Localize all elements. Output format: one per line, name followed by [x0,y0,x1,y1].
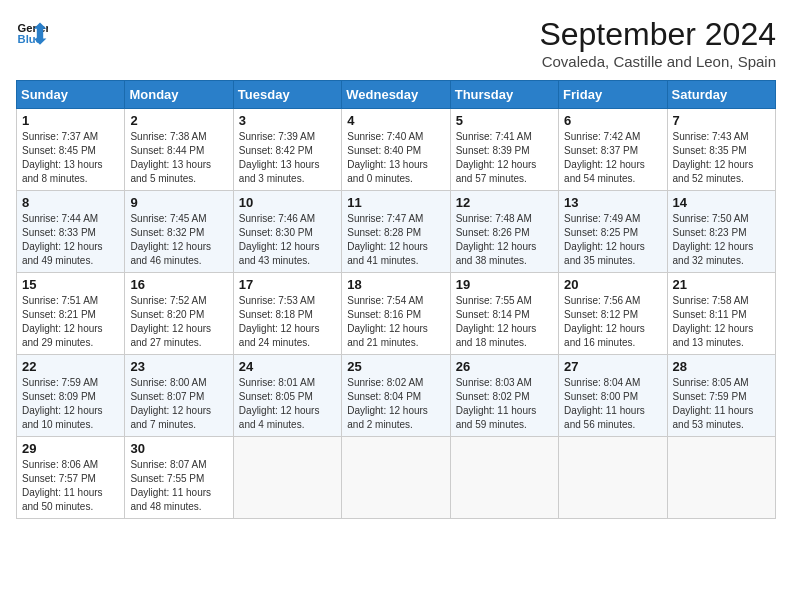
day-number: 3 [239,113,336,128]
calendar-cell [667,437,775,519]
calendar-cell: 23Sunrise: 8:00 AMSunset: 8:07 PMDayligh… [125,355,233,437]
calendar-cell: 14Sunrise: 7:50 AMSunset: 8:23 PMDayligh… [667,191,775,273]
day-number: 1 [22,113,119,128]
day-number: 29 [22,441,119,456]
calendar-cell: 22Sunrise: 7:59 AMSunset: 8:09 PMDayligh… [17,355,125,437]
day-number: 17 [239,277,336,292]
calendar-cell: 10Sunrise: 7:46 AMSunset: 8:30 PMDayligh… [233,191,341,273]
day-content: Sunrise: 7:56 AMSunset: 8:12 PMDaylight:… [564,294,661,350]
weekday-monday: Monday [125,81,233,109]
calendar-cell: 20Sunrise: 7:56 AMSunset: 8:12 PMDayligh… [559,273,667,355]
weekday-tuesday: Tuesday [233,81,341,109]
day-content: Sunrise: 8:00 AMSunset: 8:07 PMDaylight:… [130,376,227,432]
calendar-table: SundayMondayTuesdayWednesdayThursdayFrid… [16,80,776,519]
weekday-header-row: SundayMondayTuesdayWednesdayThursdayFrid… [17,81,776,109]
calendar-cell [450,437,558,519]
calendar-cell: 1Sunrise: 7:37 AMSunset: 8:45 PMDaylight… [17,109,125,191]
week-row-1: 1Sunrise: 7:37 AMSunset: 8:45 PMDaylight… [17,109,776,191]
calendar-cell: 9Sunrise: 7:45 AMSunset: 8:32 PMDaylight… [125,191,233,273]
calendar-cell: 28Sunrise: 8:05 AMSunset: 7:59 PMDayligh… [667,355,775,437]
day-content: Sunrise: 7:54 AMSunset: 8:16 PMDaylight:… [347,294,444,350]
calendar-cell: 7Sunrise: 7:43 AMSunset: 8:35 PMDaylight… [667,109,775,191]
day-content: Sunrise: 7:41 AMSunset: 8:39 PMDaylight:… [456,130,553,186]
day-number: 21 [673,277,770,292]
calendar-body: 1Sunrise: 7:37 AMSunset: 8:45 PMDaylight… [17,109,776,519]
calendar-cell: 2Sunrise: 7:38 AMSunset: 8:44 PMDaylight… [125,109,233,191]
calendar-cell: 11Sunrise: 7:47 AMSunset: 8:28 PMDayligh… [342,191,450,273]
location-subtitle: Covaleda, Castille and Leon, Spain [539,53,776,70]
day-number: 19 [456,277,553,292]
day-number: 16 [130,277,227,292]
day-number: 9 [130,195,227,210]
day-number: 15 [22,277,119,292]
day-number: 30 [130,441,227,456]
title-area: September 2024 Covaleda, Castille and Le… [539,16,776,70]
day-content: Sunrise: 7:44 AMSunset: 8:33 PMDaylight:… [22,212,119,268]
day-number: 24 [239,359,336,374]
calendar-cell [559,437,667,519]
day-content: Sunrise: 7:51 AMSunset: 8:21 PMDaylight:… [22,294,119,350]
day-number: 13 [564,195,661,210]
day-content: Sunrise: 8:01 AMSunset: 8:05 PMDaylight:… [239,376,336,432]
day-content: Sunrise: 7:39 AMSunset: 8:42 PMDaylight:… [239,130,336,186]
day-content: Sunrise: 8:07 AMSunset: 7:55 PMDaylight:… [130,458,227,514]
day-number: 27 [564,359,661,374]
day-content: Sunrise: 7:38 AMSunset: 8:44 PMDaylight:… [130,130,227,186]
calendar-cell: 13Sunrise: 7:49 AMSunset: 8:25 PMDayligh… [559,191,667,273]
calendar-cell: 21Sunrise: 7:58 AMSunset: 8:11 PMDayligh… [667,273,775,355]
day-number: 23 [130,359,227,374]
calendar-cell: 6Sunrise: 7:42 AMSunset: 8:37 PMDaylight… [559,109,667,191]
day-content: Sunrise: 7:42 AMSunset: 8:37 PMDaylight:… [564,130,661,186]
day-number: 12 [456,195,553,210]
day-number: 10 [239,195,336,210]
day-content: Sunrise: 7:47 AMSunset: 8:28 PMDaylight:… [347,212,444,268]
day-content: Sunrise: 7:37 AMSunset: 8:45 PMDaylight:… [22,130,119,186]
day-number: 26 [456,359,553,374]
day-number: 28 [673,359,770,374]
day-content: Sunrise: 7:52 AMSunset: 8:20 PMDaylight:… [130,294,227,350]
day-number: 4 [347,113,444,128]
day-number: 8 [22,195,119,210]
week-row-4: 22Sunrise: 7:59 AMSunset: 8:09 PMDayligh… [17,355,776,437]
logo: General Blue [16,16,48,48]
day-number: 25 [347,359,444,374]
day-content: Sunrise: 8:03 AMSunset: 8:02 PMDaylight:… [456,376,553,432]
calendar-cell: 17Sunrise: 7:53 AMSunset: 8:18 PMDayligh… [233,273,341,355]
calendar-cell: 3Sunrise: 7:39 AMSunset: 8:42 PMDaylight… [233,109,341,191]
calendar-cell [342,437,450,519]
weekday-thursday: Thursday [450,81,558,109]
day-content: Sunrise: 7:40 AMSunset: 8:40 PMDaylight:… [347,130,444,186]
day-content: Sunrise: 7:49 AMSunset: 8:25 PMDaylight:… [564,212,661,268]
day-content: Sunrise: 8:04 AMSunset: 8:00 PMDaylight:… [564,376,661,432]
calendar-cell: 16Sunrise: 7:52 AMSunset: 8:20 PMDayligh… [125,273,233,355]
calendar-cell: 24Sunrise: 8:01 AMSunset: 8:05 PMDayligh… [233,355,341,437]
week-row-2: 8Sunrise: 7:44 AMSunset: 8:33 PMDaylight… [17,191,776,273]
day-content: Sunrise: 7:59 AMSunset: 8:09 PMDaylight:… [22,376,119,432]
calendar-cell: 4Sunrise: 7:40 AMSunset: 8:40 PMDaylight… [342,109,450,191]
day-number: 22 [22,359,119,374]
weekday-sunday: Sunday [17,81,125,109]
day-number: 20 [564,277,661,292]
page-header: General Blue September 2024 Covaleda, Ca… [16,16,776,70]
day-content: Sunrise: 7:55 AMSunset: 8:14 PMDaylight:… [456,294,553,350]
weekday-saturday: Saturday [667,81,775,109]
weekday-friday: Friday [559,81,667,109]
day-number: 11 [347,195,444,210]
day-content: Sunrise: 7:48 AMSunset: 8:26 PMDaylight:… [456,212,553,268]
day-content: Sunrise: 7:58 AMSunset: 8:11 PMDaylight:… [673,294,770,350]
calendar-cell: 12Sunrise: 7:48 AMSunset: 8:26 PMDayligh… [450,191,558,273]
calendar-cell: 30Sunrise: 8:07 AMSunset: 7:55 PMDayligh… [125,437,233,519]
calendar-cell: 8Sunrise: 7:44 AMSunset: 8:33 PMDaylight… [17,191,125,273]
day-content: Sunrise: 7:43 AMSunset: 8:35 PMDaylight:… [673,130,770,186]
day-number: 18 [347,277,444,292]
day-content: Sunrise: 8:05 AMSunset: 7:59 PMDaylight:… [673,376,770,432]
calendar-cell: 19Sunrise: 7:55 AMSunset: 8:14 PMDayligh… [450,273,558,355]
week-row-5: 29Sunrise: 8:06 AMSunset: 7:57 PMDayligh… [17,437,776,519]
calendar-cell: 29Sunrise: 8:06 AMSunset: 7:57 PMDayligh… [17,437,125,519]
calendar-cell [233,437,341,519]
day-content: Sunrise: 7:45 AMSunset: 8:32 PMDaylight:… [130,212,227,268]
calendar-cell: 18Sunrise: 7:54 AMSunset: 8:16 PMDayligh… [342,273,450,355]
calendar-cell: 25Sunrise: 8:02 AMSunset: 8:04 PMDayligh… [342,355,450,437]
calendar-cell: 26Sunrise: 8:03 AMSunset: 8:02 PMDayligh… [450,355,558,437]
day-number: 6 [564,113,661,128]
